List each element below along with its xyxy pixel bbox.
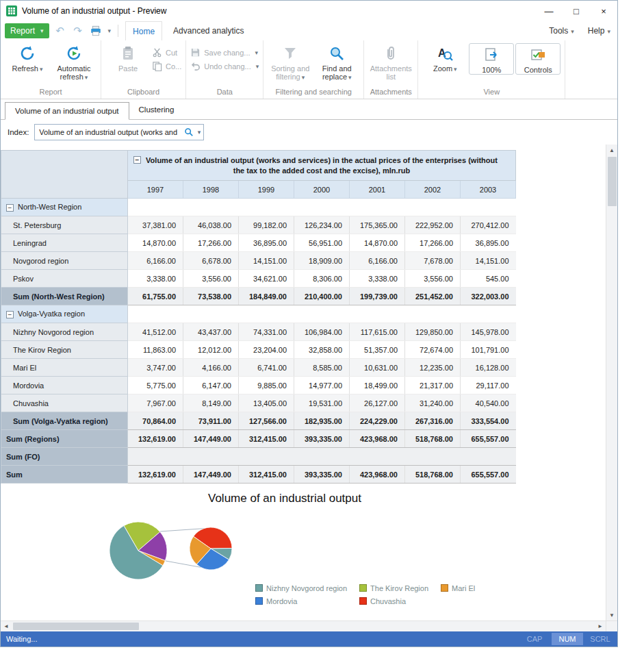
value-cell[interactable]: 129,850.00 [405, 323, 461, 341]
undo-icon[interactable]: ↶ [53, 25, 67, 37]
value-cell[interactable]: 14,151.00 [461, 252, 516, 270]
value-cell[interactable]: 3,338.00 [350, 270, 405, 288]
value-cell[interactable]: 8,585.00 [294, 359, 350, 377]
value-cell[interactable]: 13,405.00 [239, 394, 294, 412]
value-cell[interactable]: 423,968.00 [350, 430, 405, 448]
value-cell[interactable]: 11,863.00 [128, 341, 183, 359]
search-icon[interactable] [184, 127, 194, 137]
tools-menu[interactable]: Tools▾ [549, 26, 574, 36]
value-cell[interactable]: 41,512.00 [128, 323, 183, 341]
year-header[interactable]: 2001 [350, 181, 405, 199]
controls-button[interactable]: Controls [515, 43, 561, 75]
value-cell[interactable]: 19,531.00 [294, 394, 350, 412]
value-cell[interactable]: 72,674.00 [405, 341, 461, 359]
value-cell[interactable]: 18,909.00 [294, 252, 350, 270]
value-cell[interactable]: 18,499.00 [350, 377, 405, 394]
value-cell[interactable]: 655,557.00 [461, 430, 516, 448]
value-cell[interactable]: 32,858.00 [294, 341, 350, 359]
value-cell[interactable]: 6,741.00 [239, 359, 294, 377]
value-cell[interactable]: 6,678.00 [183, 252, 239, 270]
horizontal-scroll-track[interactable] [12, 621, 595, 631]
value-cell[interactable]: 74,331.00 [239, 323, 294, 341]
value-cell[interactable]: 127,566.00 [239, 412, 294, 430]
maximize-button[interactable]: □ [563, 1, 590, 21]
value-cell[interactable]: 3,556.00 [183, 270, 239, 288]
value-cell[interactable]: 29,117.00 [461, 377, 516, 394]
value-cell[interactable]: 17,266.00 [183, 234, 239, 252]
scroll-up-icon[interactable]: ▲ [606, 145, 617, 155]
doc-tab-volume[interactable]: Volume of an industrial output [5, 102, 129, 120]
value-cell[interactable]: 270,412.00 [461, 216, 516, 234]
value-cell[interactable]: 16,128.00 [461, 359, 516, 377]
value-cell[interactable]: 14,977.00 [294, 377, 350, 394]
value-cell[interactable]: 224,229.00 [350, 412, 405, 430]
value-cell[interactable]: 132,619.00 [128, 430, 183, 448]
value-cell[interactable]: 12,012.00 [183, 341, 239, 359]
help-menu[interactable]: Help▾ [588, 26, 610, 36]
value-cell[interactable]: 106,984.00 [294, 323, 350, 341]
value-cell[interactable]: 7,967.00 [128, 394, 183, 412]
index-combobox[interactable]: Volume of an industrial output (works an… [34, 124, 204, 140]
year-header[interactable]: 1997 [128, 181, 183, 199]
value-cell[interactable]: 267,316.00 [405, 412, 461, 430]
value-cell[interactable]: 17,266.00 [405, 234, 461, 252]
sorting-filtering-button[interactable]: Sorting and filtering▾ [268, 42, 313, 81]
value-cell[interactable]: 3,338.00 [128, 270, 183, 288]
horizontal-scrollbar[interactable]: ◄ ► [1, 620, 606, 631]
value-cell[interactable]: 4,166.00 [183, 359, 239, 377]
vertical-scroll-thumb[interactable] [608, 157, 617, 206]
refresh-button[interactable]: Refresh▾ [5, 42, 50, 73]
value-cell[interactable]: 7,678.00 [405, 252, 461, 270]
value-cell[interactable]: 101,791.00 [461, 341, 516, 359]
value-cell[interactable]: 8,149.00 [183, 394, 239, 412]
value-cell[interactable]: 26,127.00 [350, 394, 405, 412]
value-cell[interactable]: 9,885.00 [239, 377, 294, 394]
vertical-scrollbar[interactable]: ▲ ▼ [606, 145, 617, 620]
vertical-scroll-track[interactable] [606, 155, 617, 610]
value-cell[interactable]: 8,306.00 [294, 270, 350, 288]
scroll-right-icon[interactable]: ► [595, 621, 606, 631]
value-cell[interactable]: 61,755.00 [128, 288, 183, 305]
value-cell[interactable]: 393,335.00 [294, 466, 350, 484]
value-cell[interactable]: 56,951.00 [294, 234, 350, 252]
value-cell[interactable]: 73,538.00 [183, 288, 239, 305]
automatic-refresh-button[interactable]: Automatic refresh▾ [51, 42, 96, 81]
value-cell[interactable]: 73,911.00 [183, 412, 239, 430]
value-cell[interactable]: 37,381.00 [128, 216, 183, 234]
value-cell[interactable]: 21,317.00 [405, 377, 461, 394]
close-button[interactable]: × [590, 1, 617, 21]
value-cell[interactable]: 6,166.00 [128, 252, 183, 270]
horizontal-scroll-thumb[interactable] [13, 623, 139, 630]
value-cell[interactable]: 36,895.00 [239, 234, 294, 252]
year-header[interactable]: 1998 [183, 181, 239, 199]
value-cell[interactable]: 184,849.00 [239, 288, 294, 305]
value-cell[interactable]: 147,449.00 [183, 466, 239, 484]
value-cell[interactable]: 14,151.00 [239, 252, 294, 270]
scroll-down-icon[interactable]: ▼ [606, 610, 617, 620]
value-cell[interactable]: 518,768.00 [405, 430, 461, 448]
value-cell[interactable]: 34,621.00 [239, 270, 294, 288]
scroll-left-icon[interactable]: ◄ [1, 621, 12, 631]
find-replace-button[interactable]: Find and replace▾ [314, 42, 359, 81]
value-cell[interactable]: 545.00 [461, 270, 516, 288]
value-cell[interactable]: 6,147.00 [183, 377, 239, 394]
year-header[interactable]: 1999 [239, 181, 294, 199]
value-cell[interactable]: 3,556.00 [405, 270, 461, 288]
value-cell[interactable]: 126,234.00 [294, 216, 350, 234]
value-cell[interactable]: 51,357.00 [350, 341, 405, 359]
value-cell[interactable]: 99,182.00 [239, 216, 294, 234]
value-cell[interactable]: 175,365.00 [350, 216, 405, 234]
year-header[interactable]: 2000 [294, 181, 350, 199]
ribbon-tab-home[interactable]: Home [125, 21, 162, 40]
value-cell[interactable]: 210,400.00 [294, 288, 350, 305]
ribbon-tab-advanced-analytics[interactable]: Advanced analytics [166, 21, 250, 40]
value-cell[interactable]: 6,166.00 [350, 252, 405, 270]
value-cell[interactable]: 14,870.00 [350, 234, 405, 252]
minimize-button[interactable]: — [535, 1, 563, 21]
cut-button[interactable]: Cut [152, 47, 181, 58]
value-cell[interactable]: 12,235.00 [405, 359, 461, 377]
value-cell[interactable]: 40,540.00 [461, 394, 516, 412]
value-cell[interactable]: 3,747.00 [128, 359, 183, 377]
print-dropdown-icon[interactable]: ▾ [108, 27, 112, 34]
value-cell[interactable]: 199,739.00 [350, 288, 405, 305]
